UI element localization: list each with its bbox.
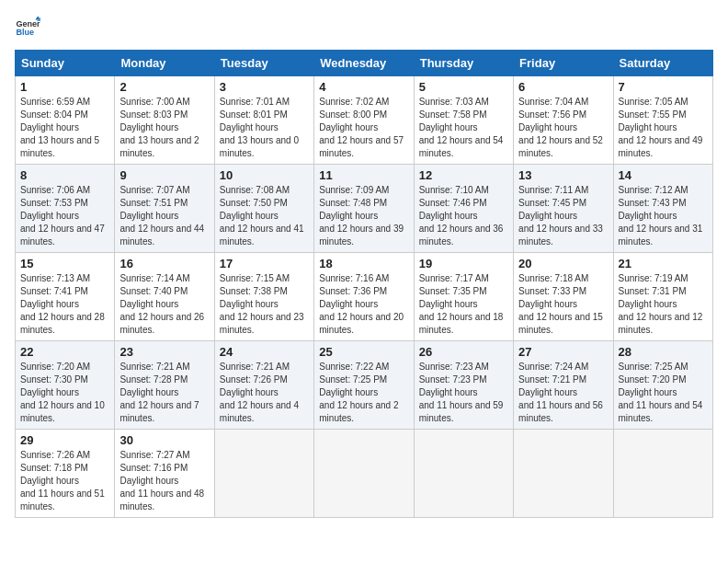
calendar-cell: 16 Sunrise: 7:14 AMSunset: 7:40 PMDaylig… (115, 253, 214, 341)
calendar-cell (214, 430, 313, 518)
calendar-cell: 26 Sunrise: 7:23 AMSunset: 7:23 PMDaylig… (414, 341, 513, 430)
calendar-week-2: 8 Sunrise: 7:06 AMSunset: 7:53 PMDayligh… (16, 165, 713, 253)
weekday-header-saturday: Saturday (613, 51, 712, 76)
day-detail: Sunrise: 7:05 AMSunset: 7:55 PMDaylight … (619, 97, 703, 158)
calendar-cell (414, 430, 513, 518)
calendar-week-1: 1 Sunrise: 6:59 AMSunset: 8:04 PMDayligh… (16, 76, 713, 165)
day-number: 22 (20, 345, 109, 359)
day-detail: Sunrise: 7:10 AMSunset: 7:46 PMDaylight … (419, 185, 504, 247)
day-number: 25 (319, 345, 408, 359)
calendar-cell: 5 Sunrise: 7:03 AMSunset: 7:58 PMDayligh… (414, 76, 513, 165)
calendar-cell: 18 Sunrise: 7:16 AMSunset: 7:36 PMDaylig… (314, 253, 414, 341)
calendar-cell: 1 Sunrise: 6:59 AMSunset: 8:04 PMDayligh… (16, 76, 115, 165)
weekday-header-wednesday: Wednesday (314, 51, 414, 76)
day-number: 16 (119, 257, 209, 270)
day-number: 20 (518, 257, 608, 270)
day-detail: Sunrise: 7:13 AMSunset: 7:41 PMDaylight … (20, 273, 105, 335)
weekday-header-sunday: Sunday (16, 51, 115, 76)
day-detail: Sunrise: 7:11 AMSunset: 7:45 PMDaylight … (518, 185, 603, 247)
calendar-cell: 4 Sunrise: 7:02 AMSunset: 8:00 PMDayligh… (314, 76, 414, 165)
day-detail: Sunrise: 7:14 AMSunset: 7:40 PMDaylight … (119, 273, 204, 335)
svg-text:General: General (16, 19, 40, 29)
day-detail: Sunrise: 7:12 AMSunset: 7:43 PMDaylight … (619, 185, 703, 247)
day-detail: Sunrise: 7:06 AMSunset: 7:53 PMDaylight … (20, 185, 105, 247)
day-detail: Sunrise: 7:09 AMSunset: 7:48 PMDaylight … (319, 185, 404, 247)
day-number: 4 (319, 80, 408, 94)
calendar-cell: 13 Sunrise: 7:11 AMSunset: 7:45 PMDaylig… (514, 165, 613, 253)
calendar-cell: 17 Sunrise: 7:15 AMSunset: 7:38 PMDaylig… (214, 253, 313, 341)
calendar-week-4: 22 Sunrise: 7:20 AMSunset: 7:30 PMDaylig… (16, 341, 713, 430)
calendar-cell: 24 Sunrise: 7:21 AMSunset: 7:26 PMDaylig… (214, 341, 313, 430)
weekday-header-thursday: Thursday (414, 51, 513, 76)
calendar-cell: 14 Sunrise: 7:12 AMSunset: 7:43 PMDaylig… (613, 165, 712, 253)
calendar-table: SundayMondayTuesdayWednesdayThursdayFrid… (15, 50, 713, 518)
day-number: 26 (419, 345, 508, 359)
day-detail: Sunrise: 7:17 AMSunset: 7:35 PMDaylight … (419, 273, 504, 335)
day-number: 3 (220, 80, 309, 94)
day-detail: Sunrise: 7:18 AMSunset: 7:33 PMDaylight … (518, 273, 603, 335)
calendar-cell: 30 Sunrise: 7:27 AMSunset: 7:16 PMDaylig… (115, 430, 214, 518)
day-number: 27 (518, 345, 608, 359)
svg-text:Blue: Blue (16, 28, 34, 37)
calendar-cell: 3 Sunrise: 7:01 AMSunset: 8:01 PMDayligh… (214, 76, 313, 165)
calendar-week-3: 15 Sunrise: 7:13 AMSunset: 7:41 PMDaylig… (16, 253, 713, 341)
logo-icon: General Blue (15, 15, 40, 40)
calendar-cell: 20 Sunrise: 7:18 AMSunset: 7:33 PMDaylig… (514, 253, 613, 341)
day-detail: Sunrise: 7:24 AMSunset: 7:21 PMDaylight … (518, 362, 603, 423)
day-detail: Sunrise: 7:23 AMSunset: 7:23 PMDaylight … (419, 362, 504, 423)
calendar-cell: 25 Sunrise: 7:22 AMSunset: 7:25 PMDaylig… (314, 341, 414, 430)
day-detail: Sunrise: 7:27 AMSunset: 7:16 PMDaylight … (119, 450, 204, 511)
day-detail: Sunrise: 7:19 AMSunset: 7:31 PMDaylight … (619, 273, 703, 335)
weekday-header-monday: Monday (115, 51, 214, 76)
day-detail: Sunrise: 7:03 AMSunset: 7:58 PMDaylight … (419, 97, 504, 158)
day-detail: Sunrise: 7:22 AMSunset: 7:25 PMDaylight … (319, 362, 398, 423)
calendar-cell: 28 Sunrise: 7:25 AMSunset: 7:20 PMDaylig… (613, 341, 712, 430)
weekday-header-friday: Friday (514, 51, 613, 76)
calendar-cell: 19 Sunrise: 7:17 AMSunset: 7:35 PMDaylig… (414, 253, 513, 341)
day-detail: Sunrise: 7:26 AMSunset: 7:18 PMDaylight … (20, 450, 105, 511)
day-detail: Sunrise: 7:15 AMSunset: 7:38 PMDaylight … (220, 273, 304, 335)
day-number: 13 (518, 168, 608, 182)
day-number: 28 (619, 345, 708, 359)
calendar-cell: 2 Sunrise: 7:00 AMSunset: 8:03 PMDayligh… (115, 76, 214, 165)
weekday-header-tuesday: Tuesday (214, 51, 313, 76)
day-detail: Sunrise: 6:59 AMSunset: 8:04 PMDaylight … (20, 97, 99, 158)
calendar-cell: 21 Sunrise: 7:19 AMSunset: 7:31 PMDaylig… (613, 253, 712, 341)
day-number: 1 (20, 80, 109, 94)
day-detail: Sunrise: 7:02 AMSunset: 8:00 PMDaylight … (319, 97, 404, 158)
day-detail: Sunrise: 7:21 AMSunset: 7:26 PMDaylight … (220, 362, 299, 423)
calendar-cell (613, 430, 712, 518)
day-number: 19 (419, 257, 508, 270)
logo: General Blue (15, 15, 40, 40)
calendar-cell: 9 Sunrise: 7:07 AMSunset: 7:51 PMDayligh… (115, 165, 214, 253)
calendar-cell: 27 Sunrise: 7:24 AMSunset: 7:21 PMDaylig… (514, 341, 613, 430)
day-detail: Sunrise: 7:21 AMSunset: 7:28 PMDaylight … (119, 362, 199, 423)
day-number: 17 (220, 257, 309, 270)
day-detail: Sunrise: 7:25 AMSunset: 7:20 PMDaylight … (619, 362, 703, 423)
calendar-cell (514, 430, 613, 518)
day-number: 24 (220, 345, 309, 359)
day-number: 12 (419, 168, 508, 182)
day-detail: Sunrise: 7:20 AMSunset: 7:30 PMDaylight … (20, 362, 105, 423)
calendar-cell: 11 Sunrise: 7:09 AMSunset: 7:48 PMDaylig… (314, 165, 414, 253)
day-detail: Sunrise: 7:00 AMSunset: 8:03 PMDaylight … (119, 97, 199, 158)
day-number: 10 (220, 168, 309, 182)
weekday-header-row: SundayMondayTuesdayWednesdayThursdayFrid… (16, 51, 713, 76)
day-number: 18 (319, 257, 408, 270)
day-number: 2 (119, 80, 209, 94)
day-number: 9 (119, 168, 209, 182)
calendar-cell: 6 Sunrise: 7:04 AMSunset: 7:56 PMDayligh… (514, 76, 613, 165)
day-number: 8 (20, 168, 109, 182)
calendar-cell: 15 Sunrise: 7:13 AMSunset: 7:41 PMDaylig… (16, 253, 115, 341)
calendar-cell (314, 430, 414, 518)
day-detail: Sunrise: 7:07 AMSunset: 7:51 PMDaylight … (119, 185, 204, 247)
day-detail: Sunrise: 7:08 AMSunset: 7:50 PMDaylight … (220, 185, 304, 247)
day-number: 15 (20, 257, 109, 270)
calendar-cell: 23 Sunrise: 7:21 AMSunset: 7:28 PMDaylig… (115, 341, 214, 430)
calendar-cell: 12 Sunrise: 7:10 AMSunset: 7:46 PMDaylig… (414, 165, 513, 253)
calendar-cell: 22 Sunrise: 7:20 AMSunset: 7:30 PMDaylig… (16, 341, 115, 430)
day-number: 29 (20, 433, 109, 447)
day-number: 11 (319, 168, 408, 182)
page-header: General Blue (15, 15, 713, 40)
calendar-week-5: 29 Sunrise: 7:26 AMSunset: 7:18 PMDaylig… (16, 430, 713, 518)
